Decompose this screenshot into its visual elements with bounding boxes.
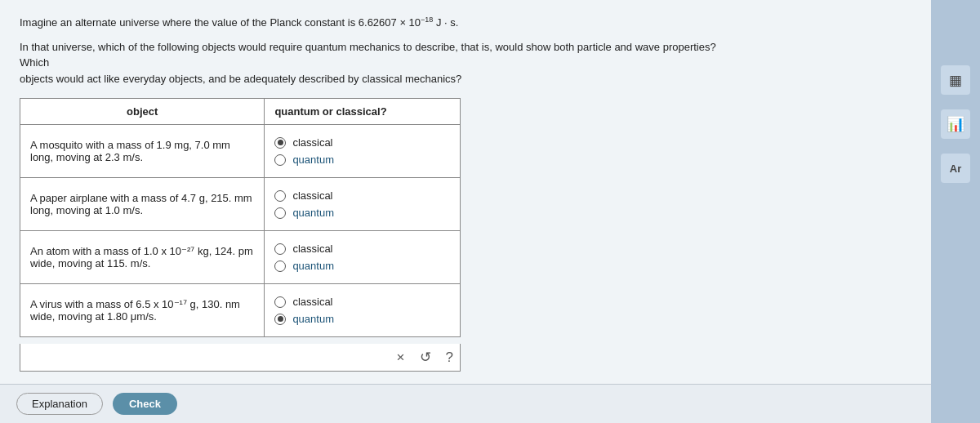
bottom-bar: Explanation Check (0, 384, 931, 423)
radio-label-classical-2: classical (292, 243, 332, 255)
intro-text-3: objects would act like everyday objects,… (20, 73, 461, 85)
check-button[interactable]: Check (113, 393, 177, 415)
radio-circle-quantum-1[interactable] (274, 207, 286, 219)
table-cell-object-0: A mosquito with a mass of 1.9 mg, 7.0 mm… (20, 125, 265, 178)
radio-label-classical-3: classical (292, 296, 332, 308)
radio-label-classical-0: classical (292, 136, 332, 149)
col-header-object: object (20, 99, 265, 125)
intro-text-2: In that universe, which of the following… (20, 41, 716, 69)
radio-circle-quantum-2[interactable] (274, 260, 286, 272)
table-cell-object-2: An atom with a mass of 1.0 x 10⁻²⁷ kg, 1… (20, 231, 265, 284)
sidebar-icon-ar[interactable]: Ar (941, 154, 970, 183)
col-header-answer: quantum or classical? (265, 99, 461, 125)
intro-paragraph-1: Imagine an alternate universe where the … (20, 15, 722, 31)
table-cell-object-1: A paper airplane with a mass of 4.7 g, 2… (20, 178, 265, 231)
table-cell-answer-2: classicalquantum (265, 231, 461, 284)
radio-circle-classical-2[interactable] (274, 243, 286, 255)
table-cell-object-3: A virus with a mass of 6.5 x 10⁻¹⁷ g, 13… (20, 284, 265, 337)
radio-circle-classical-0[interactable] (274, 137, 286, 149)
sidebar: ▦ 📊 Ar (931, 0, 980, 423)
radio-circle-quantum-3[interactable] (274, 314, 286, 325)
undo-icon[interactable]: ↺ (420, 349, 431, 366)
table-cell-answer-3: classicalquantum (265, 284, 461, 337)
radio-row-classical-0[interactable]: classical (274, 136, 450, 149)
radio-row-quantum-2[interactable]: quantum (274, 260, 450, 272)
radio-row-quantum-3[interactable]: quantum (274, 313, 450, 325)
radio-row-quantum-0[interactable]: quantum (274, 154, 450, 166)
radio-circle-quantum-0[interactable] (274, 154, 286, 166)
intro-exponent: −18 (421, 16, 433, 24)
intro-text-1-end: J · s. (433, 16, 458, 29)
help-icon[interactable]: ? (446, 350, 453, 366)
radio-circle-classical-3[interactable] (274, 296, 286, 308)
chart-icon: 📊 (947, 115, 964, 133)
radio-row-classical-1[interactable]: classical (274, 189, 450, 202)
sidebar-icon-table[interactable]: ▦ (941, 65, 970, 95)
radio-label-quantum-0: quantum (292, 154, 334, 166)
table-cell-answer-0: classicalquantum (265, 125, 461, 178)
question-table: object quantum or classical? A mosquito … (20, 98, 461, 337)
radio-row-quantum-1[interactable]: quantum (274, 207, 450, 219)
radio-label-quantum-1: quantum (292, 207, 334, 219)
table-cell-answer-1: classicalquantum (265, 178, 461, 231)
intro-text-1: Imagine an alternate universe where the … (20, 16, 421, 29)
question-table-container: object quantum or classical? A mosquito … (20, 98, 461, 372)
close-icon[interactable]: × (397, 350, 405, 366)
sidebar-icon-chart[interactable]: 📊 (941, 109, 970, 139)
radio-row-classical-2[interactable]: classical (274, 243, 450, 255)
radio-label-classical-1: classical (292, 189, 332, 202)
radio-label-quantum-3: quantum (292, 313, 334, 325)
intro-paragraph-2: In that universe, which of the following… (20, 39, 722, 87)
radio-label-quantum-2: quantum (292, 260, 334, 272)
radio-circle-classical-1[interactable] (274, 190, 286, 202)
radio-row-classical-3[interactable]: classical (274, 296, 450, 308)
explanation-button[interactable]: Explanation (16, 393, 103, 415)
ar-icon: Ar (950, 163, 961, 175)
table-icon: ▦ (949, 72, 962, 89)
table-action-bar: × ↺ ? (20, 344, 461, 372)
